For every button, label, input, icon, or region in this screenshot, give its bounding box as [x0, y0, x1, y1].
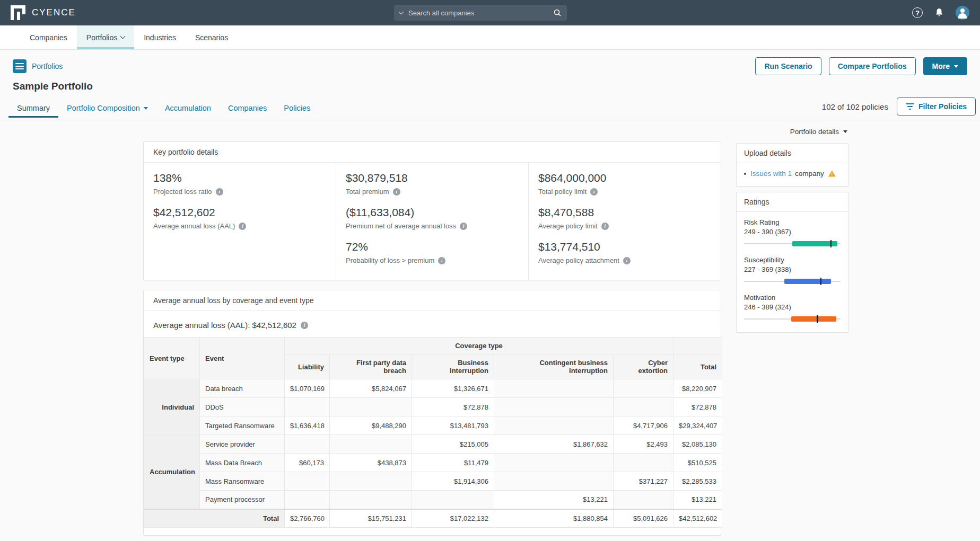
portfolio-list-icon[interactable]: [13, 59, 27, 73]
value-cell: [494, 379, 614, 398]
info-icon[interactable]: i: [460, 223, 467, 230]
total-value-cell: $17,022,132: [412, 509, 494, 528]
portfolio-tabs: Summary Portfolio Composition Accumulati…: [0, 97, 980, 120]
value-cell: $1,636,418: [285, 416, 330, 435]
info-icon[interactable]: i: [601, 223, 609, 230]
brand: CYENCE: [11, 5, 76, 20]
value-cell: [614, 379, 673, 398]
more-button[interactable]: More: [923, 57, 967, 75]
nav-item-companies[interactable]: Companies: [20, 25, 77, 49]
value-cell: $72,878: [673, 398, 722, 416]
value-cell: $1,914,306: [412, 472, 494, 491]
info-icon[interactable]: i: [438, 257, 445, 264]
value-cell: $1,867,632: [494, 435, 614, 454]
search-icon[interactable]: [553, 8, 562, 17]
policies-count: 102 of 102 policies: [822, 102, 888, 111]
info-icon[interactable]: i: [301, 322, 308, 329]
metric-total-premium: $30,879,518 Total premiumi: [346, 171, 528, 196]
upload-details-card: Upload details Issues with 1 company !: [736, 143, 848, 187]
run-scenario-button[interactable]: Run Scenario: [755, 57, 821, 75]
tab-portfolio-composition[interactable]: Portfolio Composition: [58, 100, 156, 118]
value-cell: $215,005: [412, 435, 494, 454]
rating-row: Motivation246 - 389 (324): [744, 294, 841, 323]
tab-accumulation[interactable]: Accumulation: [156, 100, 220, 118]
portfolio-details-dropdown[interactable]: Portfolio details: [736, 126, 848, 138]
metric-probability-loss-gt-premium: 72% Probability of loss > premiumi: [346, 240, 528, 264]
total-value-cell: $42,512,602: [673, 509, 722, 528]
table-total-row: Total$2,766,760$15,751,231$17,022,132$1,…: [144, 509, 722, 528]
value-cell: $2,493: [614, 435, 673, 454]
value-cell: [494, 472, 614, 491]
value-cell: $13,481,793: [412, 416, 494, 435]
chevron-down-icon[interactable]: [399, 10, 404, 15]
value-cell: $371,227: [614, 472, 673, 491]
value-cell: $1,070,169: [285, 379, 330, 398]
nav-item-portfolios[interactable]: Portfolios: [77, 25, 134, 49]
rating-range: 246 - 389 (324): [744, 303, 841, 311]
brand-name: CYENCE: [32, 7, 76, 18]
column-header-spacer: [673, 338, 722, 354]
cyence-logo-icon: [11, 5, 25, 20]
value-cell: [330, 491, 412, 509]
rating-row: Susceptibility227 - 369 (338): [744, 256, 841, 285]
value-cell: [330, 435, 412, 454]
column-header-liability: Liability: [285, 354, 330, 379]
rating-marker: [817, 315, 818, 323]
value-cell: $510,525: [673, 454, 722, 472]
help-icon[interactable]: ?: [912, 7, 923, 18]
info-icon[interactable]: i: [239, 223, 246, 230]
event-cell: Targeted Ransomware: [200, 416, 285, 435]
caret-down-icon: [843, 130, 847, 133]
global-search[interactable]: [394, 5, 567, 21]
value-cell: $13,221: [494, 491, 614, 509]
rating-slider: [744, 278, 841, 285]
value-cell: $29,324,407: [673, 416, 722, 435]
tab-policies[interactable]: Policies: [275, 100, 319, 118]
breadcrumb: Portfolios: [13, 59, 63, 73]
chevron-down-icon: [120, 34, 126, 39]
column-header-event-type: Event type: [144, 338, 200, 379]
card-title: Average annual loss by coverage and even…: [144, 290, 721, 311]
compare-portfolios-button[interactable]: Compare Portfolios: [829, 57, 916, 75]
rating-slider: [744, 240, 841, 247]
rating-slider: [744, 315, 841, 323]
notifications-bell-icon[interactable]: [934, 7, 944, 18]
column-header-coverage-type: Coverage type: [285, 338, 673, 354]
nav-item-industries[interactable]: Industries: [134, 25, 186, 49]
breadcrumb-portfolios-link[interactable]: Portfolios: [32, 62, 63, 70]
primary-nav: Companies Portfolios Industries Scenario…: [0, 25, 980, 50]
value-cell: [285, 491, 330, 509]
value-cell: $2,285,533: [673, 472, 722, 491]
total-value-cell: $1,880,854: [494, 509, 614, 528]
value-cell: $5,824,067: [330, 379, 412, 398]
column-header-contingent-business-interruption: Contingent business interruption: [494, 354, 614, 379]
value-cell: [285, 398, 330, 416]
event-type-cell: Accumulation: [144, 435, 200, 509]
value-cell: [285, 472, 330, 491]
ratings-card: Ratings Risk Rating249 - 390 (367)Suscep…: [736, 192, 848, 333]
total-value-cell: $15,751,231: [330, 509, 412, 528]
column-header-first-party-data-breach: First party data breach: [330, 354, 412, 379]
info-icon[interactable]: i: [216, 188, 223, 196]
tab-companies[interactable]: Companies: [220, 100, 275, 118]
value-cell: $4,717,906: [614, 416, 673, 435]
issues-link[interactable]: Issues with 1: [750, 170, 792, 178]
rating-bar: [791, 316, 836, 322]
event-type-cell: Individual: [144, 379, 200, 435]
aal-by-coverage-card: Average annual loss by coverage and even…: [143, 290, 721, 536]
nav-item-scenarios[interactable]: Scenarios: [186, 25, 238, 49]
filter-policies-button[interactable]: Filter Policies: [897, 97, 976, 116]
tab-summary[interactable]: Summary: [8, 100, 58, 118]
info-icon[interactable]: i: [590, 188, 598, 196]
user-avatar[interactable]: [956, 6, 969, 20]
event-cell: Mass Data Breach: [200, 454, 285, 472]
metric-average-policy-attachment: $13,774,510 Average policy attachmenti: [538, 240, 721, 264]
column-header-event: Event: [200, 338, 285, 379]
value-cell: [614, 398, 673, 416]
search-input[interactable]: [408, 9, 548, 17]
value-cell: [614, 454, 673, 472]
metric-average-annual-loss: $42,512,602 Average annual loss (AAL)i: [153, 206, 336, 230]
info-icon[interactable]: i: [623, 257, 631, 264]
column-header-business-interruption: Business interruption: [412, 354, 494, 379]
info-icon[interactable]: i: [393, 188, 400, 196]
